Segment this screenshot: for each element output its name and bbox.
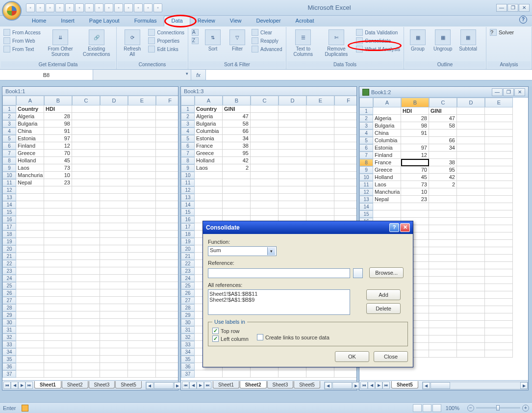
cell[interactable] [128, 267, 156, 275]
cell[interactable] [485, 210, 513, 218]
page-break-view-button[interactable] [432, 404, 441, 412]
row-header[interactable]: 6 [359, 144, 373, 152]
cell[interactable] [72, 135, 100, 142]
cell[interactable] [334, 150, 356, 157]
cell[interactable] [16, 334, 44, 341]
sort-asc-button[interactable]: A [191, 28, 199, 36]
row-header[interactable]: 1 [2, 105, 16, 113]
cell[interactable] [223, 179, 251, 186]
cell[interactable] [195, 179, 223, 186]
row-header[interactable]: 29 [2, 311, 16, 319]
cell[interactable] [128, 334, 156, 341]
cell[interactable] [100, 157, 128, 164]
cell[interactable] [72, 201, 100, 208]
cell[interactable] [44, 341, 72, 348]
row-header[interactable]: 26 [181, 289, 195, 297]
cell[interactable] [72, 319, 100, 326]
cell[interactable] [429, 218, 457, 225]
cell[interactable]: 97 [44, 135, 72, 142]
cell[interactable] [44, 267, 72, 275]
cell[interactable] [72, 282, 100, 289]
cell[interactable] [128, 275, 156, 282]
cell[interactable]: Manchuria [16, 172, 44, 179]
cell[interactable] [44, 238, 72, 245]
advanced-button[interactable]: Advanced [251, 45, 282, 53]
cell[interactable]: 34 [429, 144, 457, 152]
cell[interactable] [100, 304, 128, 311]
sheet-tab-sheet1[interactable]: Sheet1 [213, 381, 239, 388]
cell[interactable] [156, 128, 178, 135]
cell[interactable] [16, 223, 44, 231]
row-header[interactable]: 34 [2, 348, 16, 356]
cell[interactable] [334, 135, 356, 142]
col-header[interactable]: B [44, 96, 72, 105]
cell[interactable] [334, 120, 356, 128]
row-header[interactable]: 28 [2, 304, 16, 311]
cell[interactable] [156, 172, 178, 179]
sheet-nav-button[interactable]: ⏭ [204, 382, 211, 389]
cell[interactable] [16, 186, 44, 194]
sheet-nav-button[interactable]: ⏮ [3, 382, 11, 389]
cell[interactable] [100, 319, 128, 326]
add-button[interactable]: Add [366, 289, 401, 300]
cell[interactable] [457, 137, 485, 144]
cell[interactable]: Algeria [16, 113, 44, 120]
close-dialog-button[interactable]: Close [374, 351, 408, 362]
cell[interactable] [485, 188, 513, 196]
row-header[interactable]: 15 [181, 208, 195, 216]
cell[interactable] [429, 255, 457, 262]
cell[interactable] [128, 297, 156, 304]
cell[interactable] [72, 179, 100, 186]
cell[interactable] [156, 231, 178, 238]
help-icon[interactable]: ? [519, 16, 527, 24]
cell[interactable] [429, 343, 457, 350]
ok-button[interactable]: OK [335, 351, 369, 362]
cell[interactable] [429, 313, 457, 321]
cell[interactable]: 23 [401, 196, 429, 203]
cell[interactable] [156, 289, 178, 297]
remove-duplicates-button[interactable]: ✄Remove Duplicates [320, 28, 353, 58]
cell[interactable] [306, 164, 334, 172]
connections-button[interactable]: Connections [148, 28, 185, 36]
cell[interactable]: 91 [44, 128, 72, 135]
cell[interactable] [306, 113, 334, 120]
col-header[interactable]: C [429, 98, 457, 107]
cell[interactable] [429, 129, 457, 137]
cell[interactable] [44, 245, 72, 253]
cell[interactable]: 45 [401, 174, 429, 181]
open-icon[interactable]: ◦ [144, 3, 152, 12]
cell[interactable] [485, 306, 513, 313]
cell[interactable] [156, 363, 178, 370]
cell[interactable] [156, 223, 178, 231]
cell[interactable] [457, 181, 485, 188]
cell[interactable] [44, 334, 72, 341]
sort-button[interactable]: ⇅Sort [202, 28, 224, 52]
col-header[interactable]: E [306, 96, 334, 105]
cell[interactable]: 12 [44, 142, 72, 150]
cell[interactable] [279, 172, 306, 179]
cell[interactable] [279, 164, 306, 172]
cell[interactable] [72, 348, 100, 356]
sheet-nav-button[interactable]: ▶ [18, 382, 25, 389]
cell[interactable] [16, 326, 44, 334]
undo-icon[interactable]: ◦ [36, 3, 45, 12]
cell[interactable] [156, 238, 178, 245]
cell[interactable] [485, 313, 513, 321]
row-header[interactable]: 33 [181, 341, 195, 348]
cell[interactable] [156, 216, 178, 223]
cell[interactable] [429, 247, 457, 255]
cell[interactable]: 45 [44, 157, 72, 164]
cell[interactable] [128, 245, 156, 253]
properties-button[interactable]: Properties [148, 37, 185, 45]
row-header[interactable]: 10 [2, 172, 16, 179]
chart-icon[interactable]: ◦ [104, 3, 113, 12]
col-header[interactable]: E [485, 98, 513, 107]
cell[interactable] [223, 172, 251, 179]
cell[interactable] [128, 282, 156, 289]
row-header[interactable]: 14 [2, 201, 16, 208]
cell[interactable] [100, 297, 128, 304]
row-header[interactable]: 20 [2, 245, 16, 253]
cell[interactable] [156, 356, 178, 363]
cell[interactable] [128, 260, 156, 267]
cell[interactable] [195, 201, 223, 208]
